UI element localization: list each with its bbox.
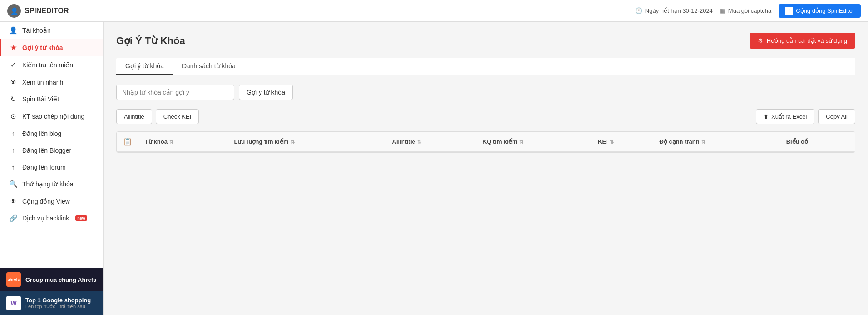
copy-all-label: Copy All xyxy=(826,113,848,120)
banner-woo-subtitle: Lên top trước - trả tiền sau xyxy=(25,304,91,310)
captcha-label: Mua gói captcha xyxy=(728,7,771,14)
actions-row: Allintitle Check KEI ⬆ Xuất ra Excel Cop… xyxy=(116,109,855,124)
sidebar-icon-dich-vu-backlink: 🔗 xyxy=(9,214,18,222)
sort-icon-tu-khoa: ⇅ xyxy=(169,139,173,145)
sidebar-icon-spin-bai-viet: ↻ xyxy=(9,95,18,103)
col-header-luu-luong[interactable]: Lưu lượng tìm kiếm⇅ xyxy=(227,132,385,152)
sort-icon-luu-luong: ⇅ xyxy=(291,139,295,145)
sidebar: 👤 Tài khoản ★ Gợi ý từ khóa ✓ Kiểm tra t… xyxy=(0,22,104,315)
sidebar-item-dang-len-blogger[interactable]: ↑ Đăng lên Blogger xyxy=(0,142,103,159)
check-kei-btn[interactable]: Check KEI xyxy=(156,109,199,124)
top-header: 👤 SPINEDITOR 🕐 Ngày hết hạn 30-12-2024 ▦… xyxy=(0,0,868,22)
sidebar-icon-xem-tin-nhanh: 👁 xyxy=(9,78,18,86)
keywords-table: 📋Từ khóa⇅Lưu lượng tìm kiếm⇅Allintitle⇅K… xyxy=(117,132,855,152)
sidebar-item-spin-bai-viet[interactable]: ↻ Spin Bài Viết xyxy=(0,90,103,108)
allintitle-btn[interactable]: Allintitle xyxy=(116,109,152,124)
logo-area: 👤 SPINEDITOR xyxy=(7,4,69,18)
sidebar-label-kt-sao-chep: KT sao chép nội dung xyxy=(22,113,84,120)
sidebar-item-dang-len-forum[interactable]: ↑ Đăng lên forum xyxy=(0,159,103,175)
table-header-row: 📋Từ khóa⇅Lưu lượng tìm kiếm⇅Allintitle⇅K… xyxy=(117,132,855,152)
sidebar-icon-tai-khoan: 👤 xyxy=(9,26,18,35)
sort-icon-kei: ⇅ xyxy=(610,139,614,145)
banner-woo[interactable]: W Top 1 Google shopping Lên top trước - … xyxy=(0,291,103,315)
allintitle-btn-label: Allintitle xyxy=(124,113,144,120)
export-excel-label: Xuất ra Excel xyxy=(771,113,807,120)
sidebar-label-dich-vu-backlink: Dịch vụ backlink xyxy=(22,215,69,222)
col-header-do-canh-tranh[interactable]: Độ cạnh tranh⇅ xyxy=(653,132,779,152)
right-actions: ⬆ Xuất ra Excel Copy All xyxy=(756,109,855,124)
search-area: Gợi ý từ khóa xyxy=(116,85,855,100)
sidebar-label-thu-hang-tu-khoa: Thứ hạng từ khóa xyxy=(22,180,74,188)
banner-woo-title: Top 1 Google shopping xyxy=(25,297,91,304)
search-btn-label: Gợi ý từ khóa xyxy=(247,89,285,96)
sort-icon-allintitle: ⇅ xyxy=(417,139,421,145)
sidebar-item-dang-len-blog[interactable]: ↑ Đăng lên blog xyxy=(0,125,103,142)
sidebar-item-cong-dong-view[interactable]: 👁 Cộng đồng View xyxy=(0,193,103,210)
sidebar-icon-kiem-tra-ten-mien: ✓ xyxy=(9,61,18,69)
sidebar-label-dang-len-forum: Đăng lên forum xyxy=(22,164,66,171)
sidebar-label-tai-khoan: Tài khoản xyxy=(22,27,51,34)
sidebar-icon-kt-sao-chep: ⊙ xyxy=(9,112,18,120)
sidebar-icon-dang-len-blog: ↑ xyxy=(9,130,18,137)
search-btn[interactable]: Gợi ý từ khóa xyxy=(239,85,293,100)
left-actions: Allintitle Check KEI xyxy=(116,109,199,124)
ahrefs-logo-icon: ahrefs xyxy=(6,272,21,287)
expiry-label: Ngày hết hạn 30-12-2024 xyxy=(645,7,713,14)
sidebar-label-kiem-tra-ten-mien: Kiểm tra tên miền xyxy=(22,61,73,69)
sidebar-item-dich-vu-backlink[interactable]: 🔗 Dịch vụ backlink new xyxy=(0,210,103,227)
col-header-kq-tim-kiem[interactable]: KQ tìm kiếm⇅ xyxy=(476,132,592,152)
col-header-kei[interactable]: KEI⇅ xyxy=(592,132,653,152)
sort-icon-do-canh-tranh: ⇅ xyxy=(701,139,705,145)
sidebar-item-kt-sao-chep[interactable]: ⊙ KT sao chép nội dung xyxy=(0,108,103,125)
community-label: Cộng đồng SpinEditor xyxy=(796,7,854,14)
keywords-table-container: 📋Từ khóa⇅Lưu lượng tìm kiếm⇅Allintitle⇅K… xyxy=(116,131,855,153)
banner-ahrefs-title: Group mua chung Ahrefs xyxy=(25,276,96,283)
check-kei-btn-label: Check KEI xyxy=(163,113,191,120)
col-header-allintitle[interactable]: Allintitle⇅ xyxy=(386,132,476,152)
sort-icon-kq-tim-kiem: ⇅ xyxy=(519,139,523,145)
expiry-item: 🕐 Ngày hết hạn 30-12-2024 xyxy=(635,7,713,14)
header-right: 🕐 Ngày hết hạn 30-12-2024 ▦ Mua gói capt… xyxy=(635,4,861,18)
tabs-container: Gợi ý từ khóaDanh sách từ khóa xyxy=(116,58,855,75)
page-header: Gợi Ý Từ Khóa ⚙ Hướng dẫn cài đặt và sử … xyxy=(116,33,855,49)
sidebar-item-goi-y-tu-khoa[interactable]: ★ Gợi ý từ khóa xyxy=(0,39,103,56)
banner-ahrefs[interactable]: ahrefs Group mua chung Ahrefs xyxy=(0,268,103,291)
woo-logo-icon: W xyxy=(6,296,21,310)
tab-danh-sach-tu-khoa[interactable]: Danh sách từ khóa xyxy=(173,58,245,75)
sidebar-item-xem-tin-nhanh[interactable]: 👁 Xem tin nhanh xyxy=(0,74,103,90)
export-icon: ⬆ xyxy=(764,113,769,120)
layout: 👤 Tài khoản ★ Gợi ý từ khóa ✓ Kiểm tra t… xyxy=(0,22,868,315)
tab-goi-y-tu-khoa[interactable]: Gợi ý từ khóa xyxy=(116,58,173,75)
gear-icon: ⚙ xyxy=(758,37,763,44)
sidebar-item-kiem-tra-ten-mien[interactable]: ✓ Kiểm tra tên miền xyxy=(0,56,103,74)
sidebar-icon-cong-dong-view: 👁 xyxy=(9,197,18,205)
community-btn[interactable]: f Cộng đồng SpinEditor xyxy=(779,4,861,18)
new-badge: new xyxy=(75,215,87,221)
sidebar-label-xem-tin-nhanh: Xem tin nhanh xyxy=(22,79,63,86)
sidebar-label-dang-len-blogger: Đăng lên Blogger xyxy=(22,147,71,154)
col-header-bieu-do: Biểu đồ xyxy=(780,132,855,152)
facebook-icon: f xyxy=(785,7,793,15)
col-header-copy-col: 📋 xyxy=(117,132,138,152)
qr-icon: ▦ xyxy=(720,7,725,14)
copy-col-icon: 📋 xyxy=(123,138,132,145)
guide-btn[interactable]: ⚙ Hướng dẫn cài đặt và sử dụng xyxy=(750,33,855,49)
captcha-item[interactable]: ▦ Mua gói captcha xyxy=(720,7,771,14)
banner-woo-text: Top 1 Google shopping Lên top trước - tr… xyxy=(25,297,91,310)
keyword-search-input[interactable] xyxy=(116,85,234,100)
page-title: Gợi Ý Từ Khóa xyxy=(116,35,185,47)
main-content: Gợi Ý Từ Khóa ⚙ Hướng dẫn cài đặt và sử … xyxy=(104,22,868,315)
copy-all-btn[interactable]: Copy All xyxy=(818,109,855,124)
sidebar-label-dang-len-blog: Đăng lên blog xyxy=(22,130,61,137)
logo-icon: 👤 xyxy=(7,4,21,18)
clock-icon: 🕐 xyxy=(635,7,642,14)
export-excel-btn[interactable]: ⬆ Xuất ra Excel xyxy=(756,109,814,124)
sidebar-item-thu-hang-tu-khoa[interactable]: 🔍 Thứ hạng từ khóa xyxy=(0,175,103,193)
sidebar-icon-dang-len-forum: ↑ xyxy=(9,163,18,171)
sidebar-item-tai-khoan[interactable]: 👤 Tài khoản xyxy=(0,22,103,39)
col-header-tu-khoa[interactable]: Từ khóa⇅ xyxy=(138,132,227,152)
sidebar-label-cong-dong-view: Cộng đồng View xyxy=(22,198,70,205)
sidebar-label-spin-bai-viet: Spin Bài Viết xyxy=(22,95,59,103)
sidebar-label-goi-y-tu-khoa: Gợi ý từ khóa xyxy=(22,44,63,51)
sidebar-icon-thu-hang-tu-khoa: 🔍 xyxy=(9,180,18,188)
